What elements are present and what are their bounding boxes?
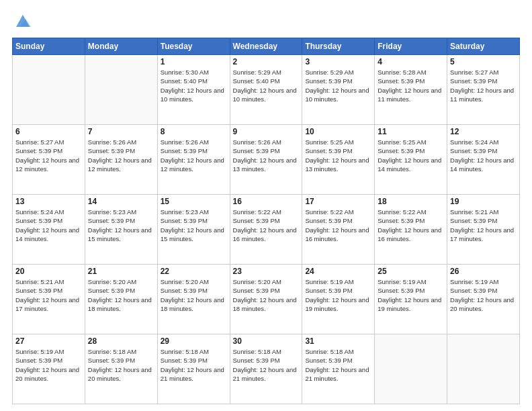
day-number: 17 — [305, 197, 371, 206]
calendar-table: SundayMondayTuesdayWednesdayThursdayFrid… — [12, 38, 520, 404]
day-number: 11 — [378, 127, 444, 136]
day-info: Sunrise: 5:22 AM Sunset: 5:39 PM Dayligh… — [305, 208, 371, 243]
day-number: 22 — [161, 267, 227, 276]
day-info: Sunrise: 5:29 AM Sunset: 5:39 PM Dayligh… — [305, 68, 371, 103]
day-number: 1 — [161, 57, 227, 66]
day-number: 14 — [88, 197, 154, 206]
day-info: Sunrise: 5:18 AM Sunset: 5:39 PM Dayligh… — [233, 347, 300, 383]
day-cell-16: 16Sunrise: 5:22 AM Sunset: 5:39 PM Dayli… — [230, 195, 302, 265]
day-info: Sunrise: 5:20 AM Sunset: 5:39 PM Dayligh… — [233, 277, 300, 313]
header-day-tuesday: Tuesday — [157, 38, 230, 55]
day-number: 13 — [15, 197, 82, 206]
day-cell-5: 5Sunrise: 5:27 AM Sunset: 5:39 PM Daylig… — [447, 55, 520, 125]
day-info: Sunrise: 5:21 AM Sunset: 5:39 PM Dayligh… — [450, 208, 517, 243]
day-number: 25 — [378, 267, 444, 276]
day-cell-8: 8Sunrise: 5:26 AM Sunset: 5:39 PM Daylig… — [157, 125, 230, 195]
day-number: 30 — [233, 336, 300, 346]
day-info: Sunrise: 5:26 AM Sunset: 5:39 PM Dayligh… — [233, 138, 300, 173]
day-info: Sunrise: 5:25 AM Sunset: 5:39 PM Dayligh… — [378, 138, 444, 173]
week-row-0: 1Sunrise: 5:30 AM Sunset: 5:40 PM Daylig… — [13, 55, 520, 125]
day-number: 10 — [305, 127, 371, 136]
day-cell-6: 6Sunrise: 5:27 AM Sunset: 5:39 PM Daylig… — [13, 125, 85, 195]
day-number: 3 — [305, 57, 371, 66]
day-cell-23: 23Sunrise: 5:20 AM Sunset: 5:39 PM Dayli… — [230, 265, 302, 334]
empty-cell — [13, 55, 85, 125]
day-info: Sunrise: 5:19 AM Sunset: 5:39 PM Dayligh… — [450, 277, 517, 313]
day-number: 23 — [233, 267, 300, 276]
day-cell-14: 14Sunrise: 5:23 AM Sunset: 5:39 PM Dayli… — [85, 195, 157, 265]
day-info: Sunrise: 5:30 AM Sunset: 5:40 PM Dayligh… — [161, 68, 227, 103]
day-number: 7 — [88, 127, 154, 136]
logo — [12, 12, 32, 31]
day-info: Sunrise: 5:23 AM Sunset: 5:39 PM Dayligh… — [161, 208, 227, 243]
header-day-monday: Monday — [85, 38, 157, 55]
empty-cell — [447, 334, 520, 404]
day-cell-7: 7Sunrise: 5:26 AM Sunset: 5:39 PM Daylig… — [85, 125, 157, 195]
day-info: Sunrise: 5:25 AM Sunset: 5:39 PM Dayligh… — [305, 138, 371, 173]
day-cell-18: 18Sunrise: 5:22 AM Sunset: 5:39 PM Dayli… — [375, 195, 447, 265]
day-number: 27 — [15, 336, 82, 346]
day-info: Sunrise: 5:18 AM Sunset: 5:39 PM Dayligh… — [305, 347, 371, 383]
day-info: Sunrise: 5:29 AM Sunset: 5:40 PM Dayligh… — [233, 68, 300, 103]
day-number: 4 — [378, 57, 444, 66]
day-info: Sunrise: 5:24 AM Sunset: 5:39 PM Dayligh… — [450, 138, 517, 173]
day-info: Sunrise: 5:21 AM Sunset: 5:39 PM Dayligh… — [15, 277, 82, 313]
day-info: Sunrise: 5:22 AM Sunset: 5:39 PM Dayligh… — [378, 208, 444, 243]
day-number: 16 — [233, 197, 300, 206]
day-info: Sunrise: 5:23 AM Sunset: 5:39 PM Dayligh… — [88, 208, 154, 243]
week-row-2: 13Sunrise: 5:24 AM Sunset: 5:39 PM Dayli… — [13, 195, 520, 265]
day-number: 15 — [161, 197, 227, 206]
header-day-thursday: Thursday — [302, 38, 375, 55]
header — [12, 12, 520, 31]
day-number: 12 — [450, 127, 517, 136]
day-number: 28 — [88, 336, 154, 346]
day-cell-13: 13Sunrise: 5:24 AM Sunset: 5:39 PM Dayli… — [13, 195, 85, 265]
day-cell-15: 15Sunrise: 5:23 AM Sunset: 5:39 PM Dayli… — [157, 195, 230, 265]
day-cell-11: 11Sunrise: 5:25 AM Sunset: 5:39 PM Dayli… — [375, 125, 447, 195]
day-number: 24 — [305, 267, 371, 276]
day-cell-31: 31Sunrise: 5:18 AM Sunset: 5:39 PM Dayli… — [302, 334, 375, 404]
day-number: 31 — [305, 336, 371, 346]
day-info: Sunrise: 5:26 AM Sunset: 5:39 PM Dayligh… — [88, 138, 154, 173]
day-info: Sunrise: 5:28 AM Sunset: 5:39 PM Dayligh… — [378, 68, 444, 103]
day-number: 19 — [450, 197, 517, 206]
header-day-wednesday: Wednesday — [230, 38, 302, 55]
days-header-row: SundayMondayTuesdayWednesdayThursdayFrid… — [13, 38, 520, 55]
day-cell-17: 17Sunrise: 5:22 AM Sunset: 5:39 PM Dayli… — [302, 195, 375, 265]
week-row-3: 20Sunrise: 5:21 AM Sunset: 5:39 PM Dayli… — [13, 265, 520, 334]
day-number: 29 — [161, 336, 227, 346]
day-info: Sunrise: 5:24 AM Sunset: 5:39 PM Dayligh… — [15, 208, 82, 243]
day-cell-27: 27Sunrise: 5:19 AM Sunset: 5:39 PM Dayli… — [13, 334, 85, 404]
day-info: Sunrise: 5:27 AM Sunset: 5:39 PM Dayligh… — [15, 138, 82, 173]
day-info: Sunrise: 5:19 AM Sunset: 5:39 PM Dayligh… — [378, 277, 444, 313]
logo-icon — [13, 12, 32, 31]
day-info: Sunrise: 5:19 AM Sunset: 5:39 PM Dayligh… — [15, 347, 82, 383]
empty-cell — [85, 55, 157, 125]
day-cell-29: 29Sunrise: 5:18 AM Sunset: 5:39 PM Dayli… — [157, 334, 230, 404]
day-info: Sunrise: 5:22 AM Sunset: 5:39 PM Dayligh… — [233, 208, 300, 243]
day-info: Sunrise: 5:26 AM Sunset: 5:39 PM Dayligh… — [161, 138, 227, 173]
day-cell-1: 1Sunrise: 5:30 AM Sunset: 5:40 PM Daylig… — [157, 55, 230, 125]
week-row-1: 6Sunrise: 5:27 AM Sunset: 5:39 PM Daylig… — [13, 125, 520, 195]
day-info: Sunrise: 5:19 AM Sunset: 5:39 PM Dayligh… — [305, 277, 371, 313]
calendar-page: SundayMondayTuesdayWednesdayThursdayFrid… — [0, 0, 532, 411]
header-day-saturday: Saturday — [447, 38, 520, 55]
header-day-sunday: Sunday — [13, 38, 85, 55]
day-cell-3: 3Sunrise: 5:29 AM Sunset: 5:39 PM Daylig… — [302, 55, 375, 125]
day-cell-28: 28Sunrise: 5:18 AM Sunset: 5:39 PM Dayli… — [85, 334, 157, 404]
day-cell-22: 22Sunrise: 5:20 AM Sunset: 5:39 PM Dayli… — [157, 265, 230, 334]
day-number: 9 — [233, 127, 300, 136]
day-cell-9: 9Sunrise: 5:26 AM Sunset: 5:39 PM Daylig… — [230, 125, 302, 195]
day-cell-20: 20Sunrise: 5:21 AM Sunset: 5:39 PM Dayli… — [13, 265, 85, 334]
empty-cell — [375, 334, 447, 404]
day-cell-19: 19Sunrise: 5:21 AM Sunset: 5:39 PM Dayli… — [447, 195, 520, 265]
day-number: 18 — [378, 197, 444, 206]
day-info: Sunrise: 5:20 AM Sunset: 5:39 PM Dayligh… — [88, 277, 154, 313]
day-info: Sunrise: 5:27 AM Sunset: 5:39 PM Dayligh… — [450, 68, 517, 103]
day-info: Sunrise: 5:18 AM Sunset: 5:39 PM Dayligh… — [88, 347, 154, 383]
day-cell-24: 24Sunrise: 5:19 AM Sunset: 5:39 PM Dayli… — [302, 265, 375, 334]
day-cell-10: 10Sunrise: 5:25 AM Sunset: 5:39 PM Dayli… — [302, 125, 375, 195]
day-number: 20 — [15, 267, 82, 276]
day-cell-26: 26Sunrise: 5:19 AM Sunset: 5:39 PM Dayli… — [447, 265, 520, 334]
header-day-friday: Friday — [375, 38, 447, 55]
